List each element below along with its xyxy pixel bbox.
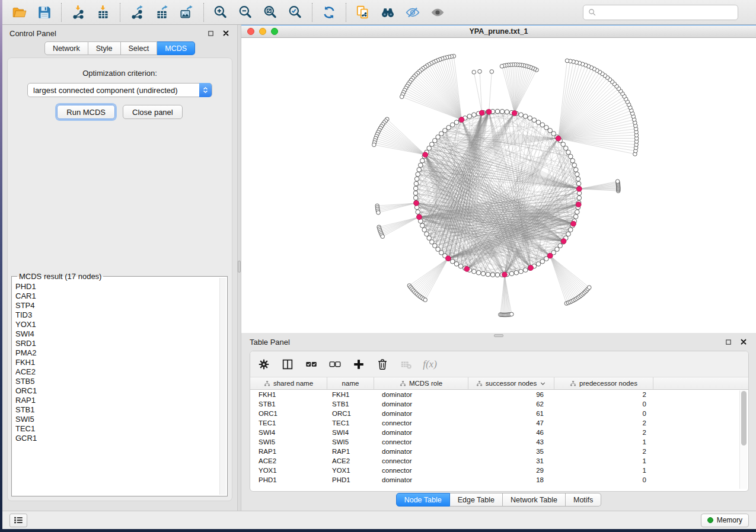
close-window-button[interactable] [247,28,254,35]
apply-layout-button[interactable] [317,2,342,23]
tab-style[interactable]: Style [88,41,121,55]
vertical-splitter[interactable] [237,25,241,511]
zoom-out-button[interactable] [233,2,258,23]
save-session-button[interactable] [32,2,57,23]
tab-select[interactable]: Select [121,41,158,55]
splitter-handle[interactable] [238,261,241,273]
table-row[interactable]: SWI5SWI5connector431 [250,437,748,447]
column-header-successor-nodes[interactable]: successor nodes [468,377,554,389]
minimize-window-button[interactable] [259,28,266,35]
result-scrollbar[interactable] [219,278,226,495]
import-table-button[interactable] [91,2,116,23]
result-node[interactable]: RAP1 [15,396,219,405]
zoom-in-icon [213,5,228,20]
cell: dominator [374,391,468,398]
tab-edge-table[interactable]: Edge Table [450,493,503,507]
close-panel-button[interactable]: Close panel [123,105,183,119]
export-network-button[interactable] [125,2,149,23]
close-panel-icon[interactable] [222,29,230,37]
cell: ORC1 [250,410,327,417]
cell: RAP1 [250,448,327,455]
table-row[interactable]: STB1STB1dominator620 [250,399,748,409]
unselect-all-columns-button[interactable] [327,357,343,372]
zoom-fit-icon [263,5,278,20]
column-header-predecessor-nodes[interactable]: predecessor nodes [554,377,653,389]
network-graph[interactable] [241,38,756,333]
hide-selected-button[interactable] [400,2,425,23]
import-network-button[interactable] [66,2,91,23]
result-node[interactable]: YOX1 [15,320,219,329]
result-node[interactable]: STB5 [15,377,219,386]
hierarchy-icon [476,380,483,387]
result-node[interactable]: TID3 [15,310,219,320]
tab-network[interactable]: Network [44,41,88,55]
result-node[interactable]: PHD1 [15,282,219,291]
table-row[interactable]: RAP1RAP1dominator352 [250,447,748,456]
duplicate-network-button[interactable] [350,2,375,23]
cell: dominator [374,448,468,455]
tab-node-table[interactable]: Node Table [396,493,450,507]
select-all-columns-button[interactable] [304,357,319,372]
table-row[interactable]: SWI4SWI4dominator462 [250,428,748,437]
table-row[interactable]: TEC1TEC1connector472 [250,418,748,428]
network-canvas[interactable] [241,38,756,333]
search-box[interactable] [583,5,738,20]
table-row[interactable]: FKH1FKH1dominator962 [250,390,748,399]
criterion-select[interactable]: largest connected component (undirected) [27,83,212,97]
result-node[interactable]: SRD1 [15,339,219,348]
mcds-panel: Optimization criterion: largest connecte… [7,57,232,501]
result-node[interactable]: STB1 [15,405,219,415]
control-panel-title: Control Panel [9,29,56,38]
result-node[interactable]: TEC1 [15,424,219,434]
float-panel-icon[interactable] [206,29,215,37]
column-mode-button[interactable] [280,357,295,372]
close-table-panel-icon[interactable] [739,338,748,346]
result-node[interactable]: FKH1 [15,358,219,367]
criterion-value: largest connected component (undirected) [33,86,178,95]
cell: 0 [554,410,653,417]
table-settings-button[interactable] [256,357,272,372]
column-header-name[interactable]: name [327,377,374,389]
column-header-MCDS-role[interactable]: MCDS role [374,377,468,389]
cell: FKH1 [250,391,327,398]
tab-network-table[interactable]: Network Table [503,493,566,507]
table-scrollbar[interactable] [739,390,747,489]
search-input[interactable] [599,8,733,17]
tab-mcds[interactable]: MCDS [157,41,195,55]
result-node[interactable]: SWI5 [15,415,219,424]
result-node[interactable]: STP4 [15,301,219,310]
column-label: predecessor nodes [579,380,637,387]
table-row[interactable]: ORC1ORC1dominator610 [250,409,748,418]
find-button[interactable] [375,2,400,23]
run-mcds-button[interactable]: Run MCDS [57,105,115,119]
result-node[interactable]: ACE2 [15,367,219,377]
task-history-button[interactable] [9,514,27,527]
zoom-selected-button[interactable] [283,2,308,23]
memory-button[interactable]: Memory [701,514,749,527]
table-row[interactable]: YOX1YOX1connector291 [250,466,748,475]
column-header-shared-name[interactable]: shared name [250,377,327,389]
export-image-button[interactable] [174,2,199,23]
cell: ACE2 [250,457,327,464]
result-node[interactable]: CAR1 [15,291,219,301]
show-all-button[interactable] [425,2,450,23]
table-scrollbar-thumb[interactable] [741,391,747,446]
table-row[interactable]: ACE2ACE2connector311 [250,456,748,466]
create-column-button[interactable] [351,357,366,372]
maximize-window-button[interactable] [271,28,278,35]
cell: 1 [554,467,653,474]
result-node[interactable]: PMA2 [15,348,219,358]
open-session-button[interactable] [7,2,32,23]
horizontal-splitter-handle[interactable] [494,334,503,337]
toolbar-separator [346,3,346,22]
table-row[interactable]: PHD1PHD1dominator180 [250,475,748,485]
zoom-in-button[interactable] [208,2,233,23]
result-node[interactable]: ORC1 [15,386,219,396]
delete-column-button[interactable] [375,357,390,372]
zoom-fit-button[interactable] [258,2,283,23]
result-node[interactable]: SWI4 [15,329,219,339]
float-table-panel-icon[interactable] [724,338,732,346]
tab-motifs[interactable]: Motifs [566,493,601,507]
export-table-button[interactable] [149,2,174,23]
result-node[interactable]: GCR1 [15,434,219,443]
